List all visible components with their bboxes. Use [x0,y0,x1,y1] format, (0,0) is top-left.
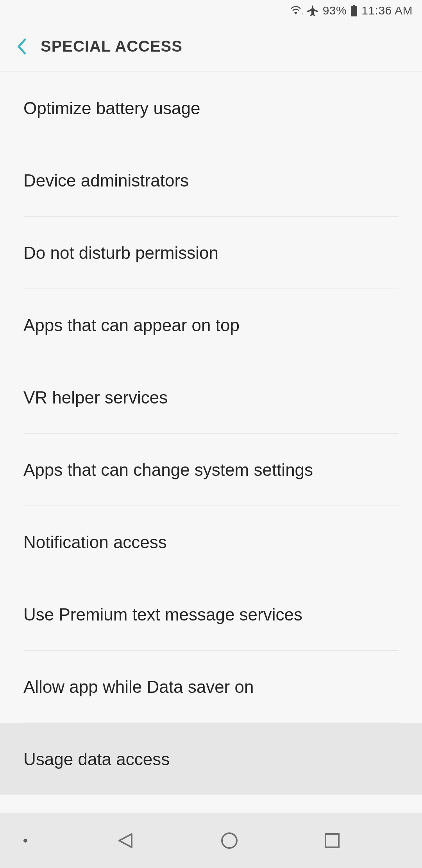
settings-list: Optimize battery usageDevice administrat… [0,72,422,813]
chevron-left-icon [16,37,28,56]
circle-home-icon [220,831,239,850]
list-item-label: Use Premium text message services [23,605,302,624]
nav-home-button[interactable] [220,831,239,850]
app-bar: SPECIAL ACCESS [0,21,422,72]
list-item-label: Apps that can change system settings [23,460,313,480]
svg-point-3 [222,833,237,848]
list-item[interactable]: Apps that can appear on top [0,289,422,361]
status-bar: + 93% 11:36 AM [0,0,422,21]
list-item-label: Do not disturb permission [23,243,218,263]
airplane-icon [306,4,319,17]
square-recent-icon [323,832,341,850]
svg-text:+: + [301,11,302,16]
page-title: SPECIAL ACCESS [41,38,182,55]
battery-percentage: 93% [323,4,347,17]
clock-time: 11:36 AM [361,4,413,17]
list-item[interactable]: Usage data access [0,723,422,795]
list-item[interactable]: Apps that can change system settings [0,434,422,506]
list-item-label: Allow app while Data saver on [23,677,254,697]
svg-rect-1 [353,5,355,6]
list-item[interactable]: VR helper services [0,361,422,434]
list-item-label: Apps that can appear on top [23,316,240,335]
battery-icon [350,5,358,16]
svg-rect-4 [325,834,339,847]
list-item-label: VR helper services [23,388,168,407]
list-item-label: Usage data access [23,750,170,769]
back-button[interactable] [5,30,38,63]
navigation-bar [0,813,422,868]
list-item[interactable]: Allow app while Data saver on [0,651,422,723]
triangle-back-icon [116,831,136,850]
list-item-label: Optimize battery usage [23,99,200,118]
list-item[interactable]: Device administrators [0,144,422,217]
nav-recent-button[interactable] [323,832,341,850]
nav-dot-icon [23,839,27,843]
nav-back-button[interactable] [116,831,136,850]
wifi-icon: + [289,5,302,16]
svg-rect-2 [351,6,357,16]
list-item[interactable]: Optimize battery usage [0,72,422,144]
list-item-label: Notification access [23,533,167,552]
list-item[interactable]: Use Premium text message services [0,578,422,651]
list-item[interactable]: Do not disturb permission [0,217,422,289]
list-item-label: Device administrators [23,171,189,190]
list-item[interactable]: Notification access [0,506,422,578]
